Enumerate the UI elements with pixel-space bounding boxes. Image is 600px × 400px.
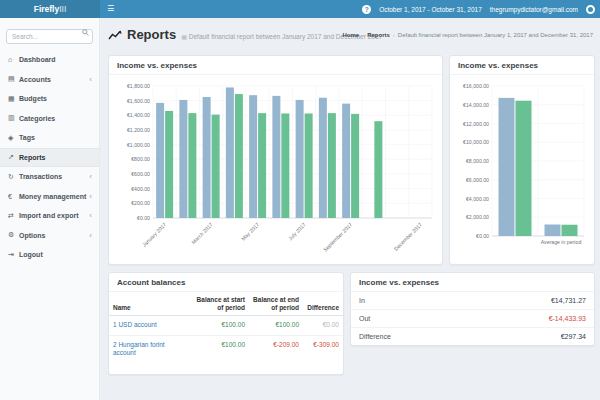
column-header: Balance at start of period [189, 292, 249, 316]
sidebar-item-label: Transactions [19, 173, 62, 180]
firefly-app-window: FireflyIII ☰ ? October 1, 2017 - October… [0, 0, 600, 400]
content-header: Reports ▦Default financial report betwee… [108, 27, 595, 49]
panel-income-expenses-totals: Income vs. expenses €0.00€2,000.00€4,000… [449, 55, 595, 265]
sidebar-item-money-management[interactable]: €Money management‹ [0, 187, 99, 207]
panel-account-balances: Account balances NameBalance at start of… [108, 272, 344, 375]
breadcrumb-separator: › [393, 32, 395, 38]
svg-text:€10,000.00: €10,000.00 [463, 139, 489, 145]
svg-text:September 2017: September 2017 [322, 221, 353, 252]
svg-text:January 2017: January 2017 [141, 221, 168, 248]
summary-rows: In€14,731.27Out€-14,433.93Difference€297… [351, 292, 594, 345]
summary-label: Out [359, 315, 370, 322]
sidebar-item-logout[interactable]: ⇥Logout [0, 245, 99, 265]
summary-value: €14,731.27 [551, 297, 586, 304]
summary-label: In [359, 297, 365, 304]
sidebar-item-label: Budgets [19, 95, 47, 102]
svg-text:€14,000.00: €14,000.00 [463, 102, 489, 108]
summary-row: Out€-14,433.93 [351, 309, 594, 327]
svg-text:€400.00: €400.00 [131, 186, 150, 192]
svg-text:€200.00: €200.00 [131, 200, 150, 206]
exchange-icon: ⇄ [8, 212, 19, 220]
dashboard-icon: ⌂ [8, 56, 19, 63]
user-email[interactable]: thegrumpydictator@gmail.com [490, 6, 578, 13]
brand-light: III [59, 4, 66, 14]
svg-text:€0.00: €0.00 [137, 215, 150, 221]
sidebar-item-accounts[interactable]: ▤Accounts‹ [0, 70, 99, 90]
svg-text:May 2017: May 2017 [240, 221, 260, 241]
sidebar-item-label: Money management [19, 193, 86, 200]
help-icon[interactable]: ? [362, 5, 371, 14]
income-vs-expenses-totals-bar-chart: €0.00€2,000.00€4,000.00€6,000.00€8,000.0… [458, 78, 588, 256]
breadcrumb-item[interactable]: Home [343, 32, 360, 38]
sidebar-toggle-icon[interactable]: ☰ [107, 0, 114, 18]
calendar-icon: ▦ [181, 34, 187, 40]
svg-text:December 2017: December 2017 [393, 221, 423, 251]
search-icon[interactable] [82, 29, 89, 36]
sidebar-item-options[interactable]: ⚙Options‹ [0, 226, 99, 246]
difference-cell: €-309.00 [303, 335, 343, 362]
sidebar-item-label: Reports [19, 154, 45, 161]
svg-text:€16,000.00: €16,000.00 [463, 83, 489, 89]
svg-text:€12,000.00: €12,000.00 [463, 121, 489, 127]
chevron-left-icon: ‹ [89, 211, 92, 220]
account-name-cell: 1 USD account [109, 316, 189, 335]
chevron-left-icon: ‹ [89, 231, 92, 240]
navbar-right: ? October 1, 2017 - October 31, 2017 the… [362, 0, 595, 18]
sidebar-item-label: Dashboard [19, 56, 56, 63]
svg-text:€1,600.00: €1,600.00 [127, 98, 150, 104]
sidebar-item-reports[interactable]: ↗Reports [0, 148, 99, 168]
svg-text:€800.00: €800.00 [131, 156, 150, 162]
search-input[interactable] [6, 29, 93, 44]
sidebar-item-label: Accounts [19, 76, 51, 83]
panel-title: Income vs. expenses [351, 273, 594, 292]
bar-chart-icon: ▥ [8, 114, 19, 122]
power-icon[interactable] [586, 5, 595, 14]
sidebar-item-transactions[interactable]: ↻Transactions‹ [0, 167, 99, 187]
chevron-left-icon: ‹ [89, 192, 92, 201]
date-range-selector[interactable]: October 1, 2017 - October 31, 2017 [379, 6, 482, 13]
account-name-cell: 2 Hungarian forint account [109, 335, 189, 362]
sidebar-item-import-and-export[interactable]: ⇄Import and export‹ [0, 206, 99, 226]
panel-income-expenses-monthly: Income vs. expenses €0.00€200.00€400.00€… [108, 55, 443, 265]
summary-value: €-14,433.93 [549, 315, 586, 322]
svg-text:€4,000.00: €4,000.00 [466, 196, 489, 202]
page-title: Reports [127, 27, 176, 42]
column-header: Difference [303, 292, 343, 316]
sidebar-item-categories[interactable]: ▥Categories [0, 109, 99, 129]
credit-card-icon: ▤ [8, 75, 19, 83]
svg-text:€1,800.00: €1,800.00 [127, 83, 150, 89]
sidebar-item-budgets[interactable]: ▦Budgets [0, 89, 99, 109]
brand-logo[interactable]: FireflyIII [0, 0, 100, 18]
summary-row: Difference€297.34 [351, 327, 594, 345]
column-header: Balance at end of period [249, 292, 303, 316]
svg-text:July 2017: July 2017 [287, 221, 307, 241]
balance-end-cell: €-209.00 [249, 335, 303, 362]
sidebar-item-dashboard[interactable]: ⌂Dashboard [0, 50, 99, 70]
difference-cell: €0.00 [303, 316, 343, 335]
table-row: 2 Hungarian forint account€100.00€-209.0… [109, 335, 343, 362]
sidebar-item-label: Categories [19, 115, 55, 122]
chevron-left-icon: ‹ [89, 172, 92, 181]
brand-bold: Firefly [34, 4, 60, 14]
sign-out-icon: ⇥ [8, 251, 19, 259]
sidebar: ⌂Dashboard▤Accounts‹▦Budgets▥Categories◈… [0, 18, 100, 400]
panel-title: Account balances [109, 273, 343, 292]
summary-row: In€14,731.27 [351, 292, 594, 309]
tag-icon: ◈ [8, 134, 19, 142]
sidebar-item-tags[interactable]: ◈Tags [0, 128, 99, 148]
top-navbar: FireflyIII ☰ ? October 1, 2017 - October… [0, 0, 600, 18]
breadcrumb-item[interactable]: Reports [367, 32, 390, 38]
panel-title: Income vs. expenses [109, 56, 442, 75]
svg-text:€600.00: €600.00 [131, 171, 150, 177]
account-link[interactable]: 1 USD account [113, 321, 157, 328]
svg-text:€1,200.00: €1,200.00 [127, 127, 150, 133]
tasks-icon: ▦ [8, 95, 19, 103]
sidebar-item-label: Options [19, 232, 45, 239]
summary-label: Difference [359, 333, 391, 340]
sidebar-item-label: Import and export [19, 212, 79, 219]
sidebar-search [6, 25, 93, 44]
account-link[interactable]: 2 Hungarian forint account [113, 341, 165, 356]
line-chart-icon [108, 30, 122, 40]
svg-text:€1,400.00: €1,400.00 [127, 112, 150, 118]
breadcrumb: Home›Reports›Default financial report be… [343, 32, 593, 38]
